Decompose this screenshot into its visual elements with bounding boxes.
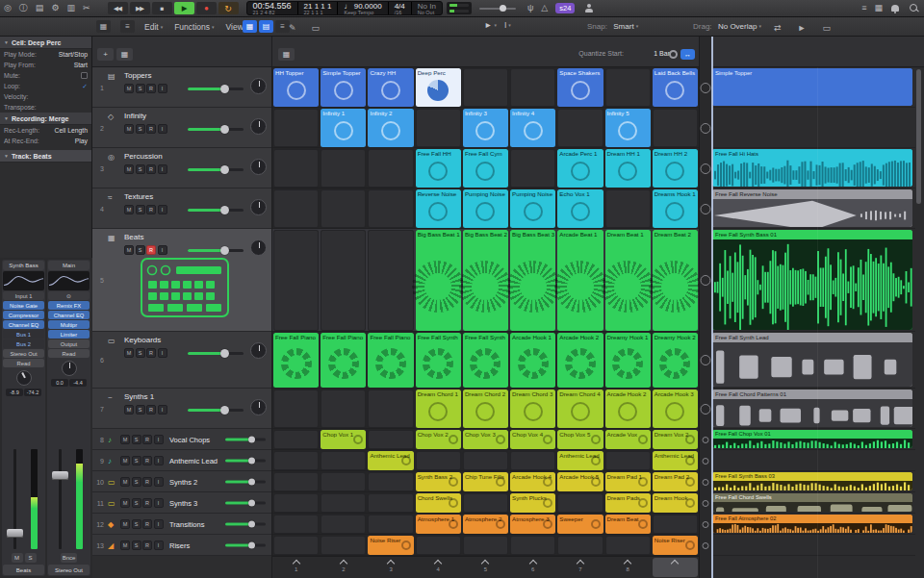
track-s-button[interactable]: S: [132, 456, 141, 465]
empty-cell[interactable]: [653, 515, 698, 534]
track-m-button[interactable]: M: [124, 124, 134, 134]
track-volume-slider[interactable]: [225, 522, 266, 525]
track-header-row[interactable]: 7~Synths 1MSRI: [92, 389, 272, 429]
track-m-button[interactable]: M: [124, 164, 134, 174]
track-i-button[interactable]: I: [154, 540, 164, 550]
region[interactable]: Free Fall Synth Bass 01: [712, 230, 912, 330]
empty-cell[interactable]: [321, 515, 366, 534]
loop-cell[interactable]: Big Bass Beat 2: [463, 230, 508, 331]
loop-cell[interactable]: Arcade Hook 3: [653, 390, 698, 428]
loop-cell[interactable]: Dream Chord 4: [557, 390, 603, 428]
empty-cell[interactable]: [557, 493, 603, 513]
plugin-slot[interactable]: Noise Gate: [3, 301, 44, 310]
slider-knob[interactable]: [220, 85, 229, 93]
send-slot[interactable]: Bus 2: [3, 339, 44, 348]
loop-cell[interactable]: Free Fall Synth: [463, 333, 508, 388]
strip-s-button[interactable]: S: [25, 553, 37, 563]
slider-knob[interactable]: [220, 406, 229, 415]
track-s-button[interactable]: S: [136, 205, 145, 214]
track-s-button[interactable]: S: [136, 124, 145, 134]
region[interactable]: Free Fall Synth Bass 03: [712, 472, 912, 490]
loop-cell[interactable]: Arcade Hook 5: [557, 472, 603, 491]
region[interactable]: Free Fall Chop Vox 01: [712, 430, 912, 448]
divider-cell-indicator[interactable]: [703, 479, 709, 486]
loop-cell[interactable]: Infinity 1: [321, 109, 366, 147]
loop-cell[interactable]: Free Fall Piano: [273, 333, 319, 388]
inspector-row-value[interactable]: ✓: [82, 83, 88, 90]
lcd-tempo-section[interactable]: ♩ 90.0000 Keep Tempo: [338, 2, 388, 14]
scene-trigger[interactable]: 1: [273, 558, 319, 577]
loop-cell[interactable]: Chop Vox 1: [321, 430, 366, 449]
empty-cell[interactable]: [463, 451, 508, 470]
track-m-button[interactable]: M: [124, 348, 134, 358]
loop-cell[interactable]: Atmosphere 2: [463, 515, 508, 534]
pan-knob[interactable]: [62, 361, 77, 376]
empty-cell[interactable]: [273, 109, 319, 147]
empty-cell[interactable]: [273, 430, 319, 449]
notifications-icon[interactable]: [891, 5, 899, 12]
inspector-row[interactable]: Mute:: [0, 70, 91, 81]
track-r-button[interactable]: R: [142, 540, 152, 550]
strip-m-button[interactable]: M: [12, 553, 23, 563]
empty-cell[interactable]: [321, 189, 366, 228]
scene-trigger[interactable]: 6: [510, 558, 555, 577]
empty-cell[interactable]: [557, 536, 603, 555]
track-s-button[interactable]: S: [136, 245, 145, 255]
snap-menu[interactable]: Snap: Smart▾: [587, 21, 638, 31]
empty-cell[interactable]: [321, 149, 366, 188]
track-volume-slider[interactable]: [188, 168, 244, 171]
arrange-lane[interactable]: Free Fall Chop Vox 01: [712, 429, 915, 450]
track-i-button[interactable]: I: [154, 477, 164, 487]
track-pan-knob[interactable]: [250, 118, 267, 135]
empty-cell[interactable]: [416, 536, 461, 555]
track-r-button[interactable]: R: [142, 498, 152, 508]
track-header-row[interactable]: 11▭Synths 3MSRI: [92, 492, 272, 514]
track-volume-slider[interactable]: [225, 480, 266, 483]
tuner-icon[interactable]: ψ: [527, 0, 533, 16]
loop-cell[interactable]: Arcade Perc 1: [557, 149, 603, 188]
loop-cell[interactable]: Dreams Hook 1: [653, 189, 698, 228]
empty-cell[interactable]: [273, 149, 319, 188]
cycle-button[interactable]: ↻: [218, 2, 239, 14]
loop-cell[interactable]: Arcade Hook 2: [605, 390, 651, 428]
forward-button[interactable]: ▶▶: [130, 2, 150, 14]
loop-cell[interactable]: Dream HH 2: [653, 149, 698, 188]
region[interactable]: Free Fall Synth Lead: [712, 333, 912, 387]
track-pan-knob[interactable]: [250, 199, 267, 215]
scene-trigger[interactable]: 4: [416, 558, 461, 577]
track-i-button[interactable]: I: [154, 456, 164, 465]
slider-knob[interactable]: [248, 478, 255, 485]
send-slot[interactable]: Bus 1: [3, 330, 44, 339]
loop-cell[interactable]: Free Fall Piano: [368, 333, 413, 388]
loop-cell[interactable]: Noise Riser: [368, 536, 413, 555]
track-header-row[interactable]: 13◢RisersMSRI: [92, 535, 272, 556]
input-slot[interactable]: ⊙: [48, 291, 90, 300]
pan-value[interactable]: -8.9: [6, 389, 23, 396]
empty-cell[interactable]: [321, 390, 366, 428]
marquee-tool-icon[interactable]: ▭: [312, 20, 321, 37]
empty-cell[interactable]: [416, 451, 461, 470]
track-i-button[interactable]: I: [158, 405, 167, 415]
pan-knob[interactable]: [16, 370, 32, 386]
slider-knob[interactable]: [220, 206, 229, 214]
track-pan-knob[interactable]: [250, 78, 267, 94]
grid-view-button[interactable]: ▦: [243, 20, 257, 33]
loop-cell[interactable]: Dream Pads: [605, 493, 651, 513]
divider-cell-indicator[interactable]: [701, 123, 711, 134]
divider-cell-indicator[interactable]: [701, 204, 711, 214]
loop-cell[interactable]: Infinity 3: [463, 109, 508, 147]
swap-icon[interactable]: ⇄: [774, 20, 782, 37]
track-s-button[interactable]: S: [132, 519, 141, 529]
arrange-lane[interactable]: Free Fall Synth Bass 03: [712, 471, 915, 492]
empty-cell[interactable]: [416, 109, 461, 147]
track-i-button[interactable]: I: [154, 435, 164, 444]
loop-cell[interactable]: Free Fall Piano: [321, 333, 366, 388]
empty-cell[interactable]: [368, 493, 413, 513]
region[interactable]: Free Fall Atmosphere 02: [712, 515, 912, 533]
track-volume-slider[interactable]: [225, 459, 266, 462]
loop-cell[interactable]: Free Fall HH: [416, 149, 461, 188]
inspector-row[interactable]: Velocity:: [0, 91, 91, 102]
divider-cell-indicator[interactable]: [701, 275, 711, 286]
inspector-row-value[interactable]: Start/Stop: [59, 51, 88, 58]
track-r-button[interactable]: R: [146, 245, 156, 255]
